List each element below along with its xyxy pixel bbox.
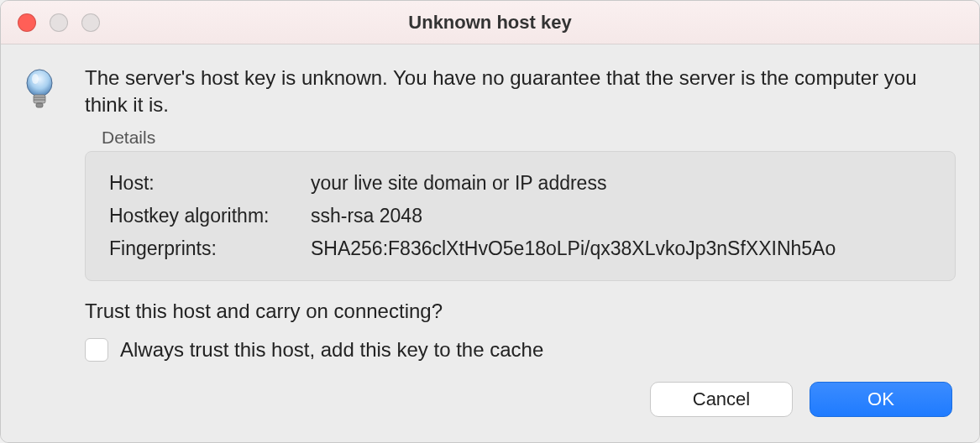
zoom-window-button[interactable] [81,13,100,32]
lightbulb-icon [21,68,58,112]
window-title: Unknown host key [1,12,979,34]
close-window-button[interactable] [18,13,36,32]
details-value: SHA256:F836clXtHvO5e18oLPi/qx38XLvkoJp3n… [311,232,931,265]
svg-point-0 [27,70,52,96]
details-value: your live site domain or IP address [311,167,931,200]
checkbox-label: Always trust this host, add this key to … [120,338,543,362]
cancel-button[interactable]: Cancel [650,382,793,417]
svg-rect-4 [36,103,43,107]
titlebar: Unknown host key [1,1,979,44]
details-label: Details [102,128,956,148]
button-row: Cancel OK [85,382,956,417]
details-row-algorithm: Hostkey algorithm: ssh-rsa 2048 [109,200,931,232]
details-key: Fingerprints: [109,232,311,265]
traffic-lights [1,13,100,32]
details-box: Host: your live site domain or IP addres… [85,151,956,281]
details-row-fingerprints: Fingerprints: SHA256:F836clXtHvO5e18oLPi… [109,232,931,265]
details-value: ssh-rsa 2048 [311,200,931,232]
main-column: The server's host key is unknown. You ha… [85,65,956,429]
minimize-window-button[interactable] [50,13,68,32]
icon-column [21,65,65,429]
trust-question: Trust this host and carry on connecting? [85,300,956,323]
checkbox-row: Always trust this host, add this key to … [85,338,956,362]
svg-rect-1 [34,95,45,103]
dialog-window: Unknown host key The ser [0,0,980,443]
always-trust-checkbox[interactable] [85,338,108,362]
details-row-host: Host: your live site domain or IP addres… [109,167,931,200]
svg-point-5 [32,74,39,84]
details-key: Hostkey algorithm: [109,200,311,232]
warning-message: The server's host key is unknown. You ha… [85,65,956,119]
ok-button[interactable]: OK [810,382,952,417]
dialog-content: The server's host key is unknown. You ha… [1,44,979,442]
details-key: Host: [109,167,311,200]
